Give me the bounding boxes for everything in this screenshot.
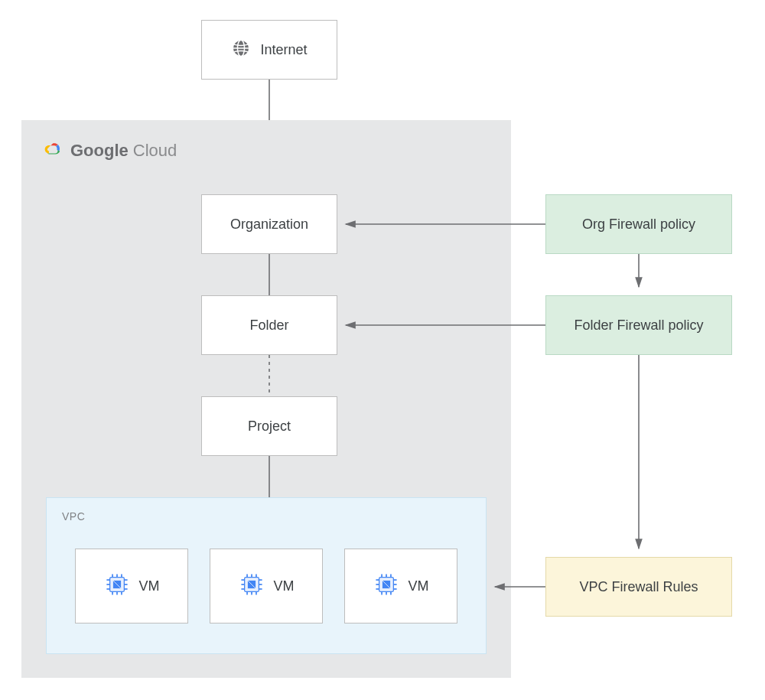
cloud-brand-light: Cloud (133, 141, 177, 161)
vm-label: VM (409, 578, 429, 594)
org-firewall-policy-node: Org Firewall policy (545, 194, 732, 254)
organization-node: Organization (201, 194, 337, 254)
vm-node-1: VM (75, 549, 188, 623)
vm-node-2: VM (210, 549, 323, 623)
globe-icon (231, 38, 251, 62)
chip-icon (373, 571, 399, 601)
vm-node-3: VM (344, 549, 457, 623)
vpc-firewall-rules-node: VPC Firewall Rules (545, 557, 732, 617)
cloud-brand: Google Cloud (41, 138, 177, 163)
internet-label: Internet (260, 42, 307, 58)
project-node: Project (201, 396, 337, 456)
cloud-brand-bold: Google (70, 141, 129, 161)
vpc-firewall-rules-label: VPC Firewall Rules (579, 579, 698, 595)
vm-label: VM (274, 578, 295, 594)
folder-label: Folder (249, 317, 288, 334)
chip-icon (239, 571, 265, 601)
vm-label: VM (139, 578, 160, 594)
chip-icon (104, 571, 130, 601)
vpc-label: VPC (62, 510, 85, 523)
org-firewall-policy-label: Org Firewall policy (582, 217, 695, 233)
folder-firewall-policy-label: Folder Firewall policy (574, 317, 703, 334)
internet-node: Internet (201, 20, 337, 80)
folder-firewall-policy-node: Folder Firewall policy (545, 295, 732, 355)
organization-label: Organization (230, 217, 308, 233)
gcp-logo-icon (41, 138, 63, 163)
folder-node: Folder (201, 295, 337, 355)
project-label: Project (248, 418, 291, 435)
